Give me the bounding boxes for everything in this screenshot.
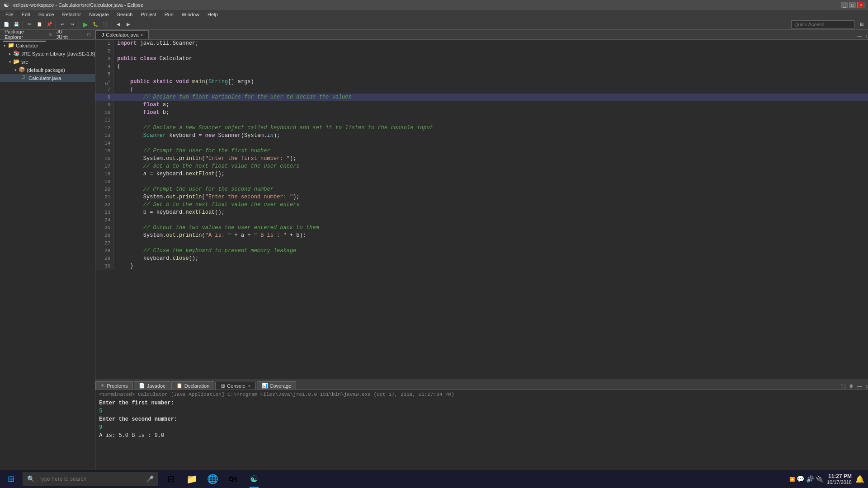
tray-notification-icon[interactable]: 💬: [797, 475, 804, 483]
line-content-30[interactable]: }: [113, 263, 868, 270]
code-editor[interactable]: 1 import java.util.Scanner; 2 3 public c…: [95, 40, 868, 380]
tree-item-calculator-java[interactable]: J Calculator.java: [0, 74, 95, 82]
console-clear-btn[interactable]: 🗑: [848, 382, 855, 389]
tree-item-jre[interactable]: ▸ 📚 JRE System Library [JavaSE-1.8]: [0, 50, 95, 58]
tree-item-src[interactable]: ▾ 📂 src: [0, 58, 95, 66]
line-content-16[interactable]: System.out.println("Enter the first numb…: [113, 155, 868, 163]
line-content-4[interactable]: {: [113, 63, 868, 70]
line-content-17[interactable]: // Set a to the next float value the use…: [113, 163, 868, 170]
tab-console[interactable]: 🖥 Console ×: [215, 382, 255, 389]
line-content-7[interactable]: {: [113, 86, 868, 94]
line-content-29[interactable]: keyboard.close();: [113, 255, 868, 263]
title-bar-controls[interactable]: _ □ ×: [841, 2, 864, 8]
toolbar-redo[interactable]: ↪: [68, 20, 77, 28]
line-content-23[interactable]: b = keyboard.nextFloat();: [113, 209, 868, 216]
project-label: Calculator: [16, 43, 38, 48]
menu-file[interactable]: File: [2, 11, 17, 18]
quick-access-input[interactable]: [791, 20, 854, 28]
toolbar-forward[interactable]: ▶: [124, 20, 133, 28]
editor-maximize-btn[interactable]: □: [864, 32, 868, 39]
line-content-2[interactable]: [113, 47, 868, 55]
taskbar-app-store[interactable]: 🛍: [223, 470, 243, 488]
tab-close-icon[interactable]: ×: [141, 33, 143, 38]
line-content-14[interactable]: [113, 140, 868, 147]
console-terminate-btn[interactable]: ⬛: [840, 382, 847, 389]
toolbar-save[interactable]: 💾: [12, 20, 21, 28]
taskbar-app-eclipse[interactable]: ☯: [244, 470, 264, 488]
line-content-5[interactable]: [113, 70, 868, 78]
notification-icon[interactable]: 🔔: [855, 475, 864, 483]
main-container: Package Explorer ⊗ JU JUnit — □ ▾ 📁 Calc…: [0, 30, 868, 470]
tray-up-icon[interactable]: 🔼: [789, 477, 795, 482]
bottom-minimize-btn[interactable]: —: [856, 382, 863, 389]
taskbar-clock[interactable]: 11:27 PM 10/17/2018: [827, 473, 852, 485]
minimize-button[interactable]: _: [841, 2, 848, 8]
line-content-11[interactable]: [113, 117, 868, 124]
menu-project[interactable]: Project: [137, 11, 160, 18]
toolbar-perspective[interactable]: ⊞: [857, 20, 866, 28]
menu-window[interactable]: Window: [178, 11, 203, 18]
line-content-28[interactable]: // Close the keyboard to prevent memory …: [113, 247, 868, 255]
search-box[interactable]: 🔍 🎤: [23, 472, 158, 486]
line-content-19[interactable]: [113, 178, 868, 186]
line-content-6[interactable]: public static void main(String[] args): [113, 78, 868, 86]
taskbar-app-file-explorer[interactable]: 📁: [182, 470, 202, 488]
tab-junit[interactable]: JU JUnit: [55, 28, 77, 42]
bottom-maximize-btn[interactable]: □: [864, 382, 868, 389]
tab-package-explorer[interactable]: Package Explorer: [3, 28, 46, 42]
microphone-icon[interactable]: 🎤: [146, 475, 154, 483]
tab-problems[interactable]: ⚠ Problems: [95, 381, 132, 389]
toolbar-new[interactable]: 📄: [2, 20, 11, 28]
line-content-10[interactable]: float b;: [113, 109, 868, 117]
taskbar-search-input[interactable]: [38, 476, 142, 482]
package-label: (default package): [27, 67, 65, 73]
tab-coverage[interactable]: 📊 Coverage: [257, 381, 297, 389]
menu-navigate[interactable]: Navigate: [85, 11, 112, 18]
line-content-12[interactable]: // Declare a new Scanner object called k…: [113, 124, 868, 132]
menu-help[interactable]: Help: [204, 11, 222, 18]
taskbar-app-edge[interactable]: 🌐: [203, 470, 222, 488]
tab-javadoc[interactable]: 📄 Javadoc: [134, 381, 170, 389]
line-content-27[interactable]: [113, 239, 868, 247]
line-content-3[interactable]: public class Calculator: [113, 55, 868, 63]
menu-search[interactable]: Search: [113, 11, 137, 18]
tray-power-icon[interactable]: 🔌: [816, 475, 823, 483]
line-content-20[interactable]: // Prompt the user for the second number: [113, 186, 868, 193]
toolbar-undo[interactable]: ↩: [58, 20, 67, 28]
tab-console-close[interactable]: ×: [248, 384, 251, 389]
line-content-13[interactable]: Scanner keyboard = new Scanner(System.in…: [113, 132, 868, 140]
line-content-8[interactable]: // Declare two float variables for the u…: [113, 94, 868, 101]
line-content-26[interactable]: System.out.println("A is: " + a + " B is…: [113, 232, 868, 239]
toolbar-stop[interactable]: ⬛: [101, 20, 110, 28]
tab-declaration[interactable]: 📋 Declaration: [171, 381, 215, 389]
line-content-1[interactable]: import java.util.Scanner;: [113, 40, 868, 47]
line-content-21[interactable]: System.out.println("Enter the second num…: [113, 193, 868, 201]
line-content-22[interactable]: // Set b to the next float value the use…: [113, 201, 868, 209]
maximize-button[interactable]: □: [849, 2, 856, 8]
close-button[interactable]: ×: [857, 2, 864, 8]
line-content-24[interactable]: [113, 216, 868, 224]
toolbar-copy[interactable]: 📋: [35, 20, 44, 28]
menu-edit[interactable]: Edit: [18, 11, 34, 18]
line-content-15[interactable]: // Prompt the user for the first number: [113, 147, 868, 155]
toolbar-paste[interactable]: 📌: [45, 20, 54, 28]
tray-volume-icon[interactable]: 🔊: [806, 475, 814, 483]
tree-item-calculator[interactable]: ▾ 📁 Calculator: [0, 42, 95, 50]
toolbar-debug[interactable]: 🐛: [91, 20, 100, 28]
maximize-panel-btn[interactable]: □: [85, 31, 92, 38]
line-content-18[interactable]: a = keyboard.nextFloat();: [113, 170, 868, 178]
menu-refactor[interactable]: Refactor: [59, 11, 85, 18]
line-content-9[interactable]: float a;: [113, 101, 868, 109]
toolbar-cut[interactable]: ✂: [25, 20, 34, 28]
start-button[interactable]: ⊞: [0, 470, 22, 488]
line-content-25[interactable]: // Output the two values the user entere…: [113, 224, 868, 232]
minimize-panel-btn[interactable]: —: [77, 31, 84, 38]
taskbar-app-task-view[interactable]: ⊟: [161, 470, 181, 488]
menu-source[interactable]: Source: [35, 11, 58, 18]
editor-minimize-btn[interactable]: —: [856, 32, 863, 39]
toolbar-back[interactable]: ◀: [114, 20, 123, 28]
editor-tab-calculator[interactable]: J Calculator.java ×: [95, 30, 149, 39]
toolbar-run[interactable]: ▶: [81, 20, 90, 28]
menu-run[interactable]: Run: [161, 11, 177, 18]
tree-item-default-package[interactable]: ▾ 📦 (default package): [0, 66, 95, 74]
